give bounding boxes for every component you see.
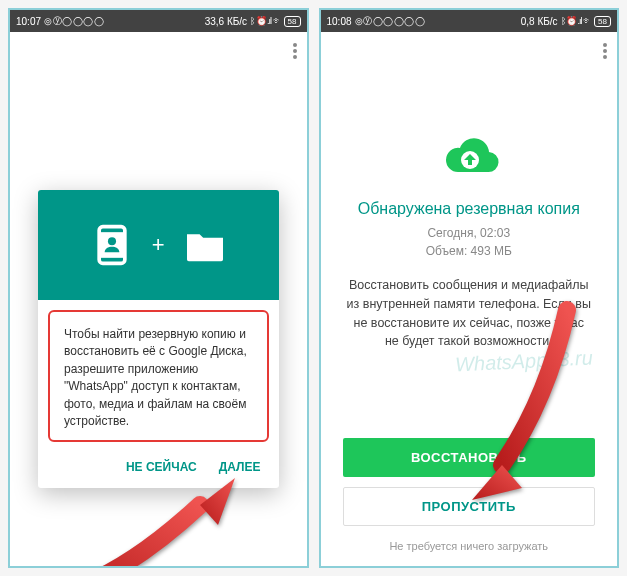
status-network: 0,8 КБ/с [521, 16, 558, 27]
status-network: 33,6 КБ/с [205, 16, 247, 27]
backup-meta: Сегодня, 02:03 Объем: 493 МБ [426, 224, 512, 260]
status-bar: 10:07 ◎ ⓨ ◯ ◯ ◯ ◯ 33,6 КБ/с ᛒ ⏰ .ıl ᯤ 58 [10, 10, 307, 32]
backup-description: Восстановить сообщения и медиафайлы из в… [343, 276, 596, 351]
skip-button[interactable]: ПРОПУСТИТЬ [343, 487, 596, 526]
status-icons-left: ◎ ⓨ ◯ ◯ ◯ ◯ ◯ [355, 15, 424, 28]
backup-date: Сегодня, 02:03 [426, 224, 512, 242]
contacts-icon [90, 223, 134, 267]
not-now-button[interactable]: НЕ СЕЙЧАС [126, 460, 197, 474]
svg-point-2 [108, 237, 116, 245]
status-icons-right: ᛒ ⏰ .ıl ᯤ [561, 16, 592, 26]
status-icons-left: ◎ ⓨ ◯ ◯ ◯ ◯ [44, 15, 103, 28]
permission-dialog: + Чтобы найти резервную копию и восстано… [38, 190, 279, 488]
next-button[interactable]: ДАЛЕЕ [219, 460, 261, 474]
cloud-upload-icon [434, 130, 504, 184]
status-battery: 58 [284, 16, 301, 27]
backup-found-title: Обнаружена резервная копия [358, 200, 580, 218]
phone-screenshot-1: 10:07 ◎ ⓨ ◯ ◯ ◯ ◯ 33,6 КБ/с ᛒ ⏰ .ıl ᯤ 58… [8, 8, 309, 568]
status-time: 10:08 [327, 16, 352, 27]
more-icon[interactable] [293, 43, 297, 59]
app-bar [321, 32, 618, 70]
phone-screenshot-2: 10:08 ◎ ⓨ ◯ ◯ ◯ ◯ ◯ 0,8 КБ/с ᛒ ⏰ .ıl ᯤ 5… [319, 8, 620, 568]
status-battery: 58 [594, 16, 611, 27]
backup-size: Объем: 493 МБ [426, 242, 512, 260]
folder-icon [183, 227, 227, 263]
dialog-message: Чтобы найти резервную копию и восстанови… [48, 310, 269, 442]
dialog-header: + [38, 190, 279, 300]
dialog-actions: НЕ СЕЙЧАС ДАЛЕЕ [38, 452, 279, 488]
restore-button[interactable]: ВОССТАНОВИТЬ [343, 438, 596, 477]
footer-note: Не требуется ничего загружать [321, 540, 618, 552]
app-bar [10, 32, 307, 70]
status-icons-right: ᛒ ⏰ .ıl ᯤ [250, 16, 281, 26]
status-bar: 10:08 ◎ ⓨ ◯ ◯ ◯ ◯ ◯ 0,8 КБ/с ᛒ ⏰ .ıl ᯤ 5… [321, 10, 618, 32]
plus-icon: + [152, 232, 165, 258]
more-icon[interactable] [603, 43, 607, 59]
status-time: 10:07 [16, 16, 41, 27]
